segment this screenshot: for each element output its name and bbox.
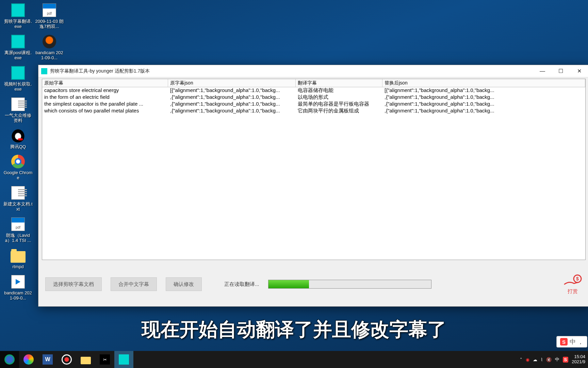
- table-row[interactable]: capacitors store electrical energy[{"ali…: [42, 87, 585, 94]
- donate-button[interactable]: $ 打赏: [563, 274, 582, 295]
- cell-replaced-json: ,{"alignment":1,"background_alpha":1.0,"…: [382, 108, 585, 114]
- ime-text: 中 ，: [570, 338, 584, 346]
- app-window: 剪映字幕翻译工具-by younger 适配剪影1.7版本 — ☐ ✕ 原始字幕…: [38, 65, 588, 307]
- taskbar[interactable]: W ✂ ˄ ◉ ☁ ⌇ 🔇 中 S 15:04 2021/9: [0, 351, 588, 368]
- desktop-icon[interactable]: 2009-11-03 朗逸7档双...: [34, 1, 65, 30]
- desktop-icon[interactable]: rtmpd: [3, 247, 33, 270]
- cell-replaced-json: ,{"alignment":1,"background_alpha":1.0,"…: [382, 94, 585, 101]
- cell-original: the simplest capacitor is the parallel p…: [42, 101, 168, 108]
- desktop: 剪映字幕翻译.exe离屏post课程.exe视频时长获取.exe一气大众维修资料…: [0, 0, 588, 368]
- tray-date: 2021/9: [572, 359, 585, 365]
- col-replaced-json[interactable]: 替换后json: [382, 79, 585, 87]
- desktop-icon-label: Google Chrome: [3, 170, 33, 181]
- grid-body: capacitors store electrical energy[{"ali…: [42, 87, 585, 114]
- cell-original: which consists of two parallel metal pla…: [42, 108, 168, 114]
- progress-fill: [268, 280, 309, 288]
- video-caption: 现在开始自动翻译了并且修改字幕了: [0, 317, 588, 343]
- tray-sogou-icon[interactable]: S: [563, 357, 569, 363]
- table-row[interactable]: the simplest capacitor is the parallel p…: [42, 101, 585, 108]
- cell-original: capacitors store electrical energy: [42, 87, 168, 94]
- table-row[interactable]: in the form of an electric field,{"align…: [42, 94, 585, 101]
- desktop-icon[interactable]: Google Chrome: [3, 153, 33, 181]
- desktop-icon-label: 朗逸（Lavida）1.4 TSI ...: [3, 233, 33, 243]
- desktop-icon[interactable]: 朗逸（Lavida）1.4 TSI ...: [3, 215, 33, 244]
- tb-jianying[interactable]: ✂: [95, 351, 114, 368]
- sogou-icon: S: [560, 338, 568, 346]
- select-file-button[interactable]: 选择剪映字幕文档: [45, 277, 102, 291]
- desktop-icon[interactable]: 新建文本文档.txt: [3, 184, 33, 213]
- desktop-icon[interactable]: bandicam 2021-09-0...: [34, 33, 65, 61]
- data-grid[interactable]: 原始字幕 原字幕json 翻译字幕 替换后json capacitors sto…: [42, 79, 586, 260]
- desktop-icon[interactable]: bandicam 2021-09-0...: [3, 273, 33, 302]
- tray-sound-icon[interactable]: 🔇: [546, 357, 552, 362]
- cell-replaced-json: [{"alignment":1,"background_alpha":1.0,"…: [382, 87, 585, 94]
- desktop-icon-label: bandicam 2021-09-0...: [35, 50, 64, 61]
- status-text: 正在读取翻译...: [224, 281, 259, 288]
- maximize-button[interactable]: ☐: [552, 65, 570, 77]
- tray-wifi-icon[interactable]: ⌇: [541, 357, 543, 362]
- tray-rec-icon[interactable]: ◉: [526, 357, 529, 362]
- svg-text:$: $: [576, 276, 579, 281]
- ime-indicator[interactable]: S 中 ，: [556, 336, 587, 348]
- desktop-icon[interactable]: 视频时长获取.exe: [3, 64, 33, 93]
- desktop-icon-label: bandicam 2021-09-0...: [3, 291, 33, 301]
- cell-orig-json: ,{"alignment":1,"background_alpha":1.0,"…: [168, 101, 296, 108]
- progress-bar: [268, 280, 431, 289]
- bottom-bar: 选择剪映字幕文档 合并中文字幕 确认修改 正在读取翻译... $ 打赏: [38, 262, 588, 306]
- tb-edge[interactable]: [0, 351, 19, 368]
- col-translated[interactable]: 翻译字幕: [296, 79, 382, 87]
- tray-up-icon[interactable]: ˄: [520, 357, 522, 362]
- desktop-icon-label: 离屏post课程.exe: [3, 50, 33, 61]
- cell-translated: 它由两块平行的金属板组成: [296, 108, 382, 114]
- cell-translated: 最简单的电容器是平行板电容器: [296, 101, 382, 108]
- tray-time: 15:04: [572, 354, 585, 359]
- cell-replaced-json: ,{"alignment":1,"background_alpha":1.0,"…: [382, 101, 585, 108]
- cell-original: in the form of an electric field: [42, 94, 168, 101]
- desktop-icon-label: 腾讯QQ: [10, 144, 26, 150]
- desktop-icon-label: 新建文本文档.txt: [3, 202, 33, 212]
- table-row[interactable]: which consists of two parallel metal pla…: [42, 108, 585, 114]
- cell-orig-json: ,{"alignment":1,"background_alpha":1.0,"…: [168, 94, 296, 101]
- system-tray[interactable]: ˄ ◉ ☁ ⌇ 🔇 中 S 15:04 2021/9: [520, 354, 588, 365]
- tb-explorer[interactable]: [76, 351, 95, 368]
- cell-orig-json: [{"alignment":1,"background_alpha":1.0,"…: [168, 87, 296, 94]
- cell-translated: 电容器储存电能: [296, 87, 382, 94]
- close-button[interactable]: ✕: [570, 65, 588, 77]
- donate-icon: $: [563, 274, 582, 288]
- desktop-icon[interactable]: 剪映字幕翻译.exe: [3, 1, 33, 30]
- desktop-icon-label: 视频时长获取.exe: [3, 82, 33, 92]
- window-title: 剪映字幕翻译工具-by younger 适配剪影1.7版本: [50, 68, 533, 74]
- tray-ime[interactable]: 中: [555, 356, 559, 363]
- cell-translated: 以电场的形式: [296, 94, 382, 101]
- tray-onedrive-icon[interactable]: ☁: [533, 357, 537, 362]
- cell-orig-json: ,{"alignment":1,"background_alpha":1.0,"…: [168, 108, 296, 114]
- confirm-button[interactable]: 确认修改: [166, 277, 202, 291]
- desktop-icon-label: 2009-11-03 朗逸7档双...: [35, 19, 64, 29]
- col-orig-json[interactable]: 原字幕json: [168, 79, 296, 87]
- donate-label: 打赏: [568, 288, 578, 294]
- desktop-icons-col1: 剪映字幕翻译.exe离屏post课程.exe视频时长获取.exe一气大众维修资料…: [3, 1, 33, 302]
- tb-app[interactable]: [114, 351, 133, 368]
- tb-word[interactable]: W: [38, 351, 57, 368]
- merge-button[interactable]: 合并中文字幕: [111, 277, 157, 291]
- tray-clock[interactable]: 15:04 2021/9: [572, 354, 585, 365]
- desktop-icon[interactable]: 一气大众维修资料: [3, 95, 33, 124]
- desktop-icon-label: rtmpd: [12, 264, 23, 270]
- desktop-icon[interactable]: 离屏post课程.exe: [3, 33, 33, 61]
- desktop-icon-label: 一气大众维修资料: [3, 113, 33, 123]
- app-icon: [41, 68, 47, 74]
- desktop-icon[interactable]: 腾讯QQ: [3, 127, 33, 150]
- tb-record[interactable]: [57, 351, 76, 368]
- grid-header: 原始字幕 原字幕json 翻译字幕 替换后json: [42, 79, 585, 87]
- titlebar[interactable]: 剪映字幕翻译工具-by younger 适配剪影1.7版本 — ☐ ✕: [38, 65, 588, 77]
- desktop-icon-label: 剪映字幕翻译.exe: [3, 19, 33, 29]
- col-original[interactable]: 原始字幕: [42, 79, 168, 87]
- tb-rainbow[interactable]: [19, 351, 38, 368]
- minimize-button[interactable]: —: [533, 65, 552, 77]
